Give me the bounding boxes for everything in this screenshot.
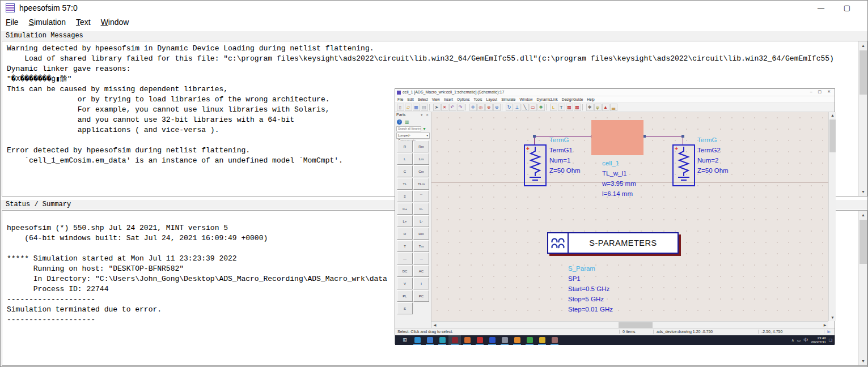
taskbar-app-icon[interactable] xyxy=(436,335,448,345)
ads-menu-item[interactable]: View xyxy=(432,96,440,103)
toolbar-icon[interactable]: ↷ xyxy=(457,104,464,111)
part-button[interactable]: D xyxy=(397,228,413,240)
ads-menu-item[interactable]: Select xyxy=(418,96,428,103)
messages-scrollbar[interactable]: ▲ ▼ xyxy=(858,41,867,196)
toolbar-icon[interactable]: ✱ xyxy=(586,104,594,111)
part-button[interactable]: L+ xyxy=(397,215,413,227)
status-scrollbar[interactable]: ▲ ▼ xyxy=(858,211,867,365)
part-button[interactable]: I xyxy=(413,278,429,289)
ads-menu-item[interactable]: Layout xyxy=(486,96,498,103)
part-button[interactable]: T xyxy=(397,240,413,252)
filter-funnel-icon[interactable]: ▼ xyxy=(422,126,426,131)
part-button[interactable]: Dm xyxy=(413,228,429,240)
toolbar-icon[interactable] xyxy=(582,104,585,110)
notification-icon[interactable]: ❏ xyxy=(829,338,832,343)
toolbar-icon[interactable]: L xyxy=(550,104,557,111)
taskbar-app-icon[interactable] xyxy=(536,335,548,345)
termg2-symbol[interactable]: + xyxy=(672,144,695,186)
part-button[interactable]: TL xyxy=(397,178,413,190)
toolbar-icon[interactable]: ➤ xyxy=(433,104,441,111)
help-icon[interactable]: ? xyxy=(397,120,402,125)
toolbar-icon[interactable]: ↶ xyxy=(449,104,456,111)
toolbar-icon[interactable]: ❖ xyxy=(537,104,545,111)
ads-menu-item[interactable]: DynamicLink xyxy=(537,96,558,103)
part-button[interactable]: — xyxy=(397,253,413,264)
tray-screen-icon[interactable]: ▭ xyxy=(797,338,801,343)
menu-item[interactable]: Simulation xyxy=(24,15,71,30)
toolbar-icon[interactable]: T xyxy=(558,104,565,111)
part-button[interactable]: AC xyxy=(413,265,429,277)
toolbar-icon[interactable]: ⊖ xyxy=(493,104,501,111)
part-button[interactable]: S xyxy=(397,302,413,314)
taskbar-app-icon[interactable] xyxy=(486,335,498,345)
scroll-thumb[interactable] xyxy=(859,220,867,264)
toolbar-icon[interactable]: ▃ xyxy=(610,104,617,111)
toolbar-icon[interactable]: ▱ xyxy=(405,104,412,111)
scroll-up-icon[interactable]: ▲ xyxy=(859,211,867,219)
taskbar-app-icon[interactable] xyxy=(473,335,486,345)
menu-item[interactable]: Window xyxy=(96,15,134,30)
library-browser-icon[interactable]: ▥ xyxy=(405,120,409,125)
part-button[interactable]: ⌒ xyxy=(413,190,429,202)
toolbar-icon[interactable] xyxy=(546,104,548,110)
ads-window-controls[interactable]: – ▢ ✕ xyxy=(810,89,833,94)
ads-menu-item[interactable]: DesignGuide xyxy=(562,96,583,103)
part-button[interactable]: V xyxy=(397,278,413,289)
ads-menu-item[interactable]: Tools xyxy=(473,96,482,103)
toolbar-icon[interactable]: ✛ xyxy=(469,104,477,111)
toolbar-icon[interactable]: ▯ xyxy=(397,104,404,111)
toolbar-icon[interactable]: ▩ xyxy=(566,104,573,111)
menu-item[interactable]: Text xyxy=(71,15,96,30)
minimize-button[interactable]: — xyxy=(812,2,829,14)
s-parameters-controller[interactable]: S-PARAMETERS xyxy=(547,232,679,254)
ads-menu-item[interactable]: Options xyxy=(457,96,469,103)
scroll-down-icon[interactable]: ▼ xyxy=(859,187,867,196)
part-button[interactable]: R xyxy=(397,140,413,152)
ads-menu-item[interactable]: Help xyxy=(587,96,594,103)
toolbar-icon[interactable]: ✕ xyxy=(441,104,448,111)
canvas-vertical-scrollbar[interactable]: ▲ ▼ xyxy=(828,112,836,321)
toolbar-icon[interactable]: ⟂ xyxy=(514,104,521,111)
toolbar-icon[interactable] xyxy=(429,104,431,110)
toolbar-icon[interactable] xyxy=(502,104,504,110)
ads-menu-item[interactable]: Edit xyxy=(407,96,413,103)
wire-segment[interactable] xyxy=(644,136,683,136)
part-button[interactable]: L xyxy=(397,153,413,165)
parts-header-buttons[interactable]: ▾ ✕ xyxy=(421,113,430,117)
toolbar-icon[interactable]: ╲ xyxy=(522,104,529,111)
wire-node[interactable] xyxy=(681,135,684,138)
toolbar-icon[interactable]: ▩ xyxy=(574,104,581,111)
part-button[interactable]: L- xyxy=(413,215,429,227)
em-cosim-cell-footprint[interactable] xyxy=(591,120,643,155)
schematic-canvas[interactable]: + TermG TermG1 Num=1 Z=50 Ohm + xyxy=(431,112,828,321)
toolbar-icon[interactable]: ▲ xyxy=(602,104,609,111)
toolbar-icon[interactable]: ⊕ xyxy=(485,104,493,111)
termg1-symbol[interactable]: + xyxy=(524,144,547,186)
part-button[interactable]: Lm xyxy=(413,153,429,165)
taskbar-app-icon[interactable] xyxy=(411,335,424,345)
toolbar-icon[interactable]: ◎ xyxy=(477,104,485,111)
part-button[interactable]: PL xyxy=(397,290,413,302)
scroll-thumb[interactable] xyxy=(619,322,653,328)
part-button[interactable]: Rm xyxy=(413,140,429,152)
ads-menu-item[interactable]: File xyxy=(397,96,403,103)
part-button[interactable]: C- xyxy=(413,203,429,215)
part-button[interactable]: PC xyxy=(413,290,429,302)
scroll-down-icon[interactable]: ▼ xyxy=(829,314,836,321)
part-button[interactable]: Cm xyxy=(413,165,429,177)
menu-item[interactable]: File xyxy=(1,15,24,30)
ads-menu-item[interactable]: Simulate xyxy=(501,96,515,103)
wire-node[interactable] xyxy=(533,135,536,138)
ime-language-indicator[interactable]: 中 xyxy=(803,337,808,343)
scroll-thumb[interactable] xyxy=(829,120,836,152)
taskbar-app-icon[interactable] xyxy=(523,335,536,345)
toolbar-icon[interactable] xyxy=(465,104,468,110)
scroll-up-icon[interactable]: ▲ xyxy=(829,112,836,119)
taskbar-app-icon[interactable] xyxy=(511,335,523,345)
part-button[interactable]: C+ xyxy=(397,203,413,215)
toolbar-icon[interactable]: ▭ xyxy=(530,104,537,111)
taskbar-clock[interactable]: 23:40 2022/7/11 xyxy=(811,336,825,344)
scroll-thumb[interactable] xyxy=(859,50,867,95)
ads-menu-item[interactable]: Insert xyxy=(444,96,453,103)
part-button[interactable]: TLm xyxy=(413,178,429,190)
